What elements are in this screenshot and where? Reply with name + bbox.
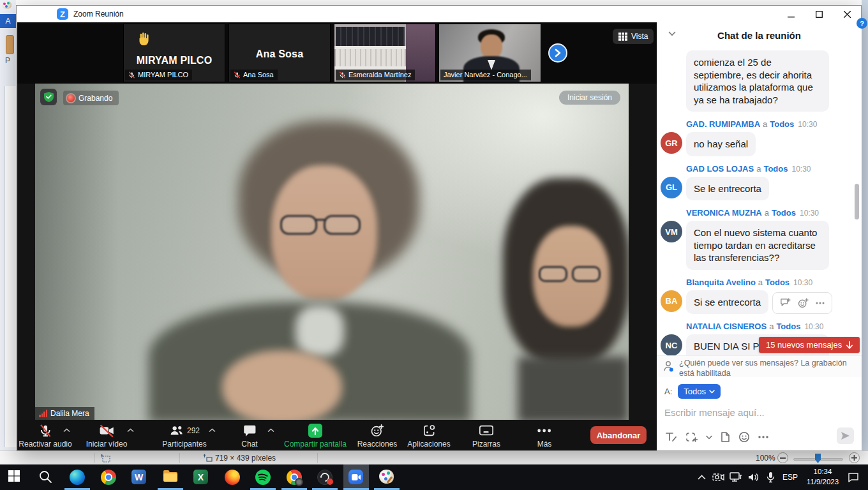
chat-privacy-note: ¿Quién puede ver sus mensajes? La grabac…: [657, 355, 862, 377]
video-region: MIRYAM PILCO MIRYAM PILCO Ana Sosa Ana S…: [17, 22, 657, 450]
leave-meeting-button[interactable]: Abandonar: [590, 426, 647, 444]
apps-button[interactable]: Aplicaciones: [407, 423, 450, 449]
meeting-toolbar: Reactivar audio Iniciar vídeo 292 Partic…: [17, 420, 657, 450]
tile-name-label: Javier Narváez - Conago...: [440, 70, 531, 80]
zoom-taskbar-icon[interactable]: [348, 470, 364, 485]
edge-icon[interactable]: [70, 470, 85, 485]
maximize-button[interactable]: [805, 6, 833, 22]
obs-icon[interactable]: [317, 470, 333, 485]
whiteboard-icon: [479, 424, 494, 438]
reactions-button[interactable]: Reacciones: [357, 423, 398, 449]
audio-options-chevron[interactable]: [63, 428, 70, 433]
chat-message-list[interactable]: comienza el 25 de septiembre, es decir a…: [657, 48, 862, 355]
start-video-button[interactable]: Iniciar vídeo: [86, 423, 128, 449]
tile-name-label: Ana Sosa: [230, 70, 278, 80]
message-input[interactable]: Escribir mensaje aquí...: [664, 407, 854, 418]
recipient-selector[interactable]: Todos: [678, 384, 721, 399]
chat-options-chevron[interactable]: [267, 428, 274, 433]
video-tile-esmeralda[interactable]: Esmeralda Martínez: [334, 24, 436, 82]
video-options-chevron[interactable]: [127, 428, 134, 433]
share-screen-button[interactable]: Compartir pantalla: [284, 423, 347, 449]
send-plane-icon: [841, 431, 850, 440]
more-button[interactable]: Más: [537, 423, 552, 449]
paint-canvas-edge: [4, 86, 16, 447]
search-icon[interactable]: [38, 470, 54, 485]
tray-mic-icon[interactable]: [763, 464, 778, 490]
chat-message: Se le entrecorta: [686, 177, 769, 201]
paint3d-icon[interactable]: [379, 470, 394, 485]
main-speaker-video[interactable]: Grabando Iniciar sesión Dalila Mera: [35, 84, 629, 420]
next-participants-button[interactable]: [548, 43, 567, 63]
security-shield-icon[interactable]: [40, 89, 57, 105]
paint-file-tab[interactable]: A: [0, 14, 16, 28]
reply-icon[interactable]: [780, 298, 791, 308]
clock[interactable]: 10:34 11/9/2023: [803, 467, 842, 487]
whiteboards-button[interactable]: Pizarras: [472, 423, 500, 449]
emoji-icon[interactable]: [738, 431, 750, 443]
chat-bubble-icon: [243, 424, 257, 437]
title-bar[interactable]: Z Zoom Reunión: [17, 6, 861, 22]
capture-options-chevron[interactable]: [706, 435, 712, 440]
paint-palette-icon: [2, 1, 11, 9]
file-explorer-icon[interactable]: [163, 470, 178, 485]
grid-view-icon: [618, 33, 627, 41]
tile-name-label: MIRYAM PILCO: [125, 70, 192, 80]
word-icon[interactable]: W: [131, 470, 147, 485]
paint-tab-letter: A: [5, 17, 10, 26]
message-header: GAD. RUMIPAMBA a Todos 10:30: [686, 119, 855, 129]
reactions-icon: [370, 424, 384, 438]
tray-network-icon[interactable]: [728, 464, 744, 490]
view-button[interactable]: Vista: [613, 29, 654, 44]
new-messages-button[interactable]: 15 nuevos mensajes: [759, 337, 860, 353]
chrome-profile-icon[interactable]: [287, 470, 302, 485]
add-reaction-icon[interactable]: [798, 298, 809, 308]
windows-taskbar: W X ESP 10:34 11/9/2023: [0, 464, 868, 490]
message-more-icon[interactable]: [816, 302, 825, 304]
unmute-button[interactable]: Reactivar audio: [19, 423, 71, 449]
share-screen-icon: [308, 424, 322, 438]
help-button[interactable]: ?: [857, 18, 867, 29]
sign-in-button[interactable]: Iniciar sesión: [559, 91, 620, 105]
arrow-down-icon: [846, 341, 853, 349]
paint-paste-icon[interactable]: [6, 35, 14, 54]
collapse-chat-chevron[interactable]: [668, 31, 676, 36]
zoom-out-button[interactable]: [777, 452, 788, 463]
to-label: A:: [664, 387, 672, 396]
participants-button[interactable]: 292 Participantes: [162, 423, 206, 449]
zoom-slider-thumb[interactable]: [815, 454, 821, 463]
background-app-top-strip: [0, 0, 868, 5]
participant-name: Ana Sosa: [229, 48, 330, 60]
tray-camera-icon[interactable]: [710, 464, 726, 490]
minimize-button[interactable]: [777, 6, 805, 22]
video-tile-miryam[interactable]: MIRYAM PILCO MIRYAM PILCO: [123, 24, 225, 82]
chrome-icon[interactable]: [101, 470, 116, 485]
format-text-icon[interactable]: [665, 431, 677, 443]
message-actions: [772, 292, 832, 314]
tray-volume-icon[interactable]: [745, 464, 762, 490]
recording-dot-icon: [67, 94, 75, 102]
video-tile-ana[interactable]: Ana Sosa Ana Sosa: [228, 24, 331, 82]
compose-more-icon[interactable]: [758, 436, 768, 438]
chat-button[interactable]: Chat: [241, 423, 257, 449]
firefox-icon[interactable]: [225, 470, 240, 485]
screenshot-icon[interactable]: [685, 432, 698, 443]
time: 10:34: [803, 467, 842, 477]
avatar: NC: [661, 334, 682, 355]
zoom-in-button[interactable]: [849, 452, 860, 463]
participant-filmstrip: MIRYAM PILCO MIRYAM PILCO Ana Sosa Ana S…: [17, 22, 657, 84]
video-tile-javier[interactable]: Javier Narváez - Conago...: [438, 24, 541, 82]
chat-scrollbar[interactable]: [855, 184, 859, 219]
spotify-icon[interactable]: [255, 470, 271, 485]
chat-compose-area: A: Todos Escribir mensaje aquí...: [657, 377, 862, 450]
participants-count: 292: [187, 426, 200, 435]
muted-mic-icon: [339, 71, 346, 78]
start-button[interactable]: [8, 470, 23, 485]
tray-expand-chevron[interactable]: [694, 464, 708, 490]
notification-center-icon[interactable]: [844, 464, 863, 490]
paint-paste-label: P: [5, 56, 10, 65]
send-button[interactable]: [837, 427, 854, 444]
attach-file-icon[interactable]: [721, 431, 730, 443]
excel-icon[interactable]: X: [193, 470, 209, 485]
language-indicator[interactable]: ESP: [780, 464, 800, 490]
participants-options-chevron[interactable]: [209, 428, 216, 433]
